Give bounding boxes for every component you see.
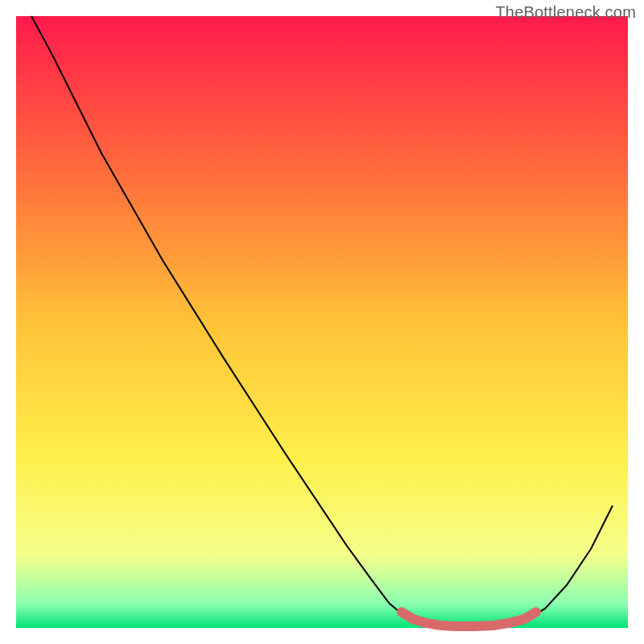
bottleneck-chart <box>0 0 644 644</box>
plot-background <box>16 16 628 628</box>
chart-container: TheBottleneck.com <box>0 0 644 644</box>
attribution-label: TheBottleneck.com <box>495 3 636 22</box>
